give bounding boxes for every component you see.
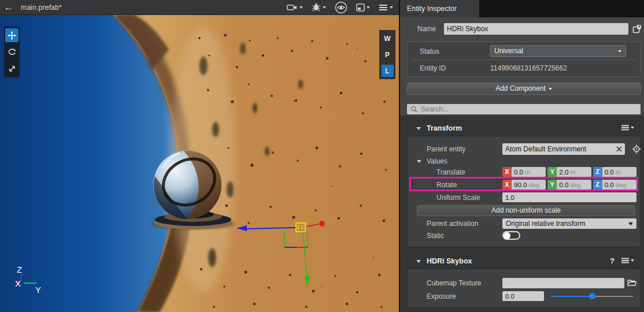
transform-component-card: Transform Parent entity Values Translate	[407, 120, 641, 247]
uniform-scale-input[interactable]	[502, 192, 636, 202]
search-input[interactable]	[421, 104, 635, 114]
translate-y-field[interactable]: Y 2.0m	[547, 167, 591, 177]
entity-id-label: Entity ID	[420, 64, 446, 72]
parent-activation-label: Parent activation	[427, 220, 478, 228]
hdri-title: HDRi Skybox	[427, 257, 472, 265]
status-label: Status	[420, 47, 439, 55]
viewport-header: ← main.prefab*	[0, 0, 399, 15]
rotate-z-field[interactable]: Z 0.0deg	[593, 180, 636, 190]
reference-space-strip: W P L	[379, 30, 395, 79]
static-toggle[interactable]	[502, 231, 520, 240]
rotate-tool-button[interactable]	[5, 45, 18, 59]
axis-x-label: X	[15, 278, 21, 288]
rotate-label: Rotate	[436, 181, 457, 189]
space-local-button[interactable]: L	[382, 65, 394, 77]
entity-id-group: Status Universal Entity ID 1149906813165…	[407, 42, 641, 77]
scale-tool-button[interactable]	[5, 62, 18, 76]
camera-caret-icon	[299, 6, 303, 9]
debug-icon[interactable]	[312, 3, 326, 12]
cubemap-texture-label: Cubemap Texture	[427, 279, 482, 287]
hdri-card-header[interactable]: HDRi Skybox ?	[408, 254, 640, 269]
translate-label: Translate	[436, 168, 465, 176]
add-component-button[interactable]: Add Component	[407, 83, 641, 95]
component-search	[407, 104, 641, 114]
search-icon	[410, 106, 417, 113]
hdri-skybox-component-card: HDRi Skybox ? Cubemap Texture Exposure	[407, 253, 641, 307]
o3de-editor-window: ← main.prefab*	[0, 0, 644, 312]
inspector-tabbar: Entity Inspector	[400, 0, 644, 17]
camera-icon[interactable]	[287, 3, 303, 12]
pin-inspector-icon[interactable]	[631, 23, 643, 35]
entity-inspector-panel: Entity Inspector Name Status Universal E…	[399, 0, 644, 312]
back-button[interactable]: ←	[0, 0, 17, 15]
parent-entity-label: Parent entity	[427, 145, 465, 153]
name-label: Name	[400, 25, 436, 33]
layout-caret-icon	[367, 6, 370, 9]
layout-icon[interactable]	[356, 3, 370, 12]
menu-caret-icon	[390, 6, 393, 9]
clear-parent-icon[interactable]	[615, 144, 624, 154]
help-icon[interactable]: ?	[610, 257, 615, 265]
exposure-label: Exposure	[427, 292, 456, 300]
visibility-icon[interactable]	[335, 1, 347, 14]
collapse-caret-icon[interactable]	[416, 260, 421, 263]
transform-title: Transform	[427, 124, 462, 132]
static-label: Static	[427, 232, 444, 240]
3d-scene[interactable]: Z X Y	[0, 15, 399, 312]
entity-name-input[interactable]	[444, 23, 628, 35]
axis-z-label: Z	[17, 265, 22, 274]
browse-folder-icon[interactable]	[627, 278, 636, 287]
move-tool-button[interactable]	[5, 28, 18, 42]
transform-menu-icon[interactable]	[621, 125, 634, 131]
transform-card-header[interactable]: Transform	[408, 121, 640, 136]
parent-entity-input[interactable]	[502, 143, 625, 155]
tab-entity-inspector[interactable]: Entity Inspector	[400, 0, 479, 17]
collapse-caret-icon[interactable]	[416, 127, 421, 130]
rotate-x-field[interactable]: X 90.0deg	[502, 180, 546, 190]
menu-icon[interactable]	[379, 4, 393, 11]
add-nonuniform-scale-button[interactable]: Add non-uniform scale	[417, 205, 635, 216]
translate-row: Translate X 0.0m Y 2.0m Z 0.0m	[408, 167, 641, 177]
exposure-input[interactable]	[502, 291, 544, 301]
prefab-title: main.prefab*	[21, 3, 62, 12]
values-label: Values	[427, 157, 447, 165]
entity-id-value: 11499068131657725662	[490, 64, 567, 72]
entity-picker-icon[interactable]	[632, 144, 641, 154]
values-caret-icon[interactable]	[417, 160, 421, 163]
parent-activation-dropdown[interactable]: Original relative transform	[502, 218, 636, 229]
exposure-slider[interactable]	[551, 291, 633, 301]
space-parent-button[interactable]: P	[382, 49, 394, 61]
rotate-row: Rotate X 90.0deg Y 0.0deg Z 0.0deg	[408, 180, 641, 190]
space-world-button[interactable]: W	[382, 32, 394, 44]
hdri-menu-icon[interactable]	[621, 258, 634, 263]
parent-activation-caret-icon	[628, 222, 633, 225]
debug-caret-icon	[323, 6, 326, 9]
cubemap-texture-input[interactable]	[502, 278, 624, 288]
exposure-slider-handle[interactable]	[589, 293, 595, 299]
axis-y-label: Y	[35, 285, 41, 295]
status-caret-icon	[618, 50, 621, 53]
status-dropdown[interactable]: Universal	[490, 45, 626, 57]
translate-x-field[interactable]: X 0.0m	[502, 167, 546, 177]
transform-tools	[4, 27, 20, 77]
viewport-panel: ← main.prefab*	[0, 0, 399, 312]
uniform-scale-label: Uniform Scale	[436, 194, 480, 202]
translate-z-field[interactable]: Z 0.0m	[593, 167, 636, 177]
rotate-y-field[interactable]: Y 0.0deg	[547, 180, 591, 190]
add-component-caret-icon	[549, 88, 552, 90]
